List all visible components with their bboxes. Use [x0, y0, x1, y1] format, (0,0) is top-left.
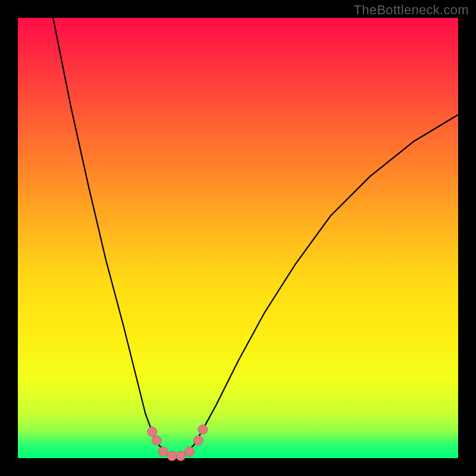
marker-point: [148, 427, 157, 437]
marker-point: [158, 447, 168, 456]
marker-point: [176, 451, 186, 461]
marker-group: [148, 425, 208, 461]
marker-point: [198, 425, 208, 434]
chart-frame: TheBottleneck.com: [0, 0, 476, 476]
plot-overlay: [18, 18, 458, 458]
marker-point: [193, 436, 203, 445]
marker-point: [152, 436, 161, 445]
marker-point: [167, 451, 177, 461]
watermark-text: TheBottleneck.com: [354, 2, 469, 18]
bottleneck-curve: [53, 18, 458, 456]
marker-point: [185, 447, 195, 456]
